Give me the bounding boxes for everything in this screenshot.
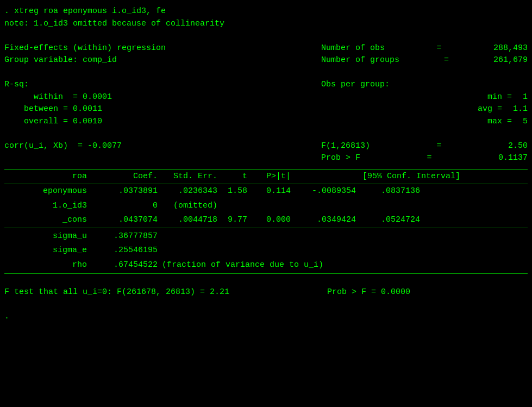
overall-val: 0.0010 [73, 117, 102, 126]
cell-p [252, 200, 295, 212]
table-row: 1.o_id3 0 (omitted) [4, 199, 528, 214]
command-line: . xtreg roa eponymous i.o_id3, fe [4, 5, 528, 18]
stat-note [162, 245, 528, 257]
col-header-ci: [95% Conf. Interval] [295, 171, 528, 183]
obs-per-group-label: Obs per group: [321, 80, 390, 89]
stat-note [162, 230, 528, 243]
min-row: min = 1 [321, 91, 528, 104]
cell-ci2: .0837136 [360, 185, 420, 198]
num-obs-eq: = [437, 42, 442, 55]
col-header-se: Std. Err. [162, 171, 222, 183]
table-stats-rows: sigma_u .36777857 sigma_e .25546195 rho … [4, 228, 528, 274]
left-stats: Fixed-effects (within) regression Group … [4, 42, 298, 165]
stat-label: sigma_e [4, 245, 91, 257]
overall-label: overall = [24, 117, 68, 126]
col-header-p: P>|t| [252, 171, 295, 183]
prob-f-eq: = [427, 152, 431, 165]
table-row: _cons .0437074 .0044718 9.77 0.000 .0349… [4, 213, 528, 228]
max-val: 5 [523, 116, 528, 128]
stat-val: .67454522 [91, 259, 162, 272]
min-val: 1 [523, 91, 528, 104]
obs-per-group-label-row: Obs per group: [321, 79, 528, 91]
regression-type: Fixed-effects (within) regression [4, 42, 298, 55]
right-stats: Number of obs = 288,493 Number of groups… [321, 42, 528, 165]
stat-val: .25546195 [91, 245, 162, 257]
num-groups-val: 261,679 [493, 54, 528, 67]
cell-var: 1.o_id3 [4, 200, 91, 212]
cell-var: eponymous [4, 185, 91, 198]
within-line: within = 0.0001 [4, 91, 298, 104]
stat-label: rho [4, 259, 91, 272]
cell-t: 9.77 [222, 214, 252, 227]
cell-coef: .0373891 [91, 185, 162, 198]
between-val: 0.0011 [73, 104, 102, 114]
col-header-coef: Coef. [91, 171, 162, 183]
header-stats: Fixed-effects (within) regression Group … [4, 42, 528, 165]
stat-label: sigma_u [4, 230, 91, 243]
cell-se: (omitted) [162, 200, 222, 212]
within-val: 0.0001 [83, 92, 112, 102]
table-header: roa Coef. Std. Err. t P>|t| [95% Conf. I… [4, 170, 528, 185]
stat-note: (fraction of variance due to u_i) [162, 259, 528, 272]
avg-val: 1.1 [513, 103, 528, 116]
cell-ci1: .0349424 [295, 214, 360, 227]
between-label: between = [24, 104, 68, 114]
table-data-rows: eponymous .0373891 .0236343 1.58 0.114 -… [4, 184, 528, 228]
min-label: min = [487, 91, 512, 104]
cell-se: .0044718 [162, 214, 222, 227]
prob-f-row: Prob > F = 0.1137 [321, 152, 528, 165]
num-groups-eq: = [444, 54, 449, 67]
cell-se: .0236343 [162, 185, 222, 198]
num-obs-label: Number of obs [321, 42, 385, 55]
max-row: max = 5 [321, 116, 528, 128]
num-obs-row: Number of obs = 288,493 [321, 42, 528, 55]
num-groups-label: Number of groups [321, 54, 399, 67]
regression-table: roa Coef. Std. Err. t P>|t| [95% Conf. I… [4, 169, 528, 274]
terminal-output: . xtreg roa eponymous i.o_id3, fe note: … [4, 5, 528, 323]
rsq-label: R-sq: [4, 79, 298, 91]
stat-row: sigma_e .25546195 [4, 243, 528, 258]
between-line: between = 0.0011 [4, 103, 298, 116]
avg-row: avg = 1.1 [321, 103, 528, 116]
cell-ci1 [295, 200, 360, 212]
stat-row: rho .67454522 (fraction of variance due … [4, 258, 528, 273]
cell-ci2 [360, 200, 420, 212]
cell-coef: 0 [91, 200, 162, 212]
cell-p: 0.000 [252, 214, 295, 227]
num-obs-val: 288,493 [493, 42, 528, 55]
cell-var: _cons [4, 214, 91, 227]
f-test-line: F test that all u_i=0: F(261678, 26813) … [4, 286, 528, 299]
avg-label: avg = [478, 103, 502, 116]
cell-p: 0.114 [252, 185, 295, 198]
col-header-t: t [222, 171, 252, 183]
num-groups-row: Number of groups = 261,679 [321, 54, 528, 67]
f-stat-eq: = [436, 140, 441, 153]
within-label: within = [34, 92, 78, 102]
f-stat-val: 2.50 [508, 140, 528, 153]
table-row: eponymous .0373891 .0236343 1.58 0.114 -… [4, 184, 528, 199]
overall-line: overall = 0.0010 [4, 116, 298, 128]
stat-row: sigma_u .36777857 [4, 229, 528, 244]
cell-ci2: .0524724 [360, 214, 420, 227]
prob-f-val: 0.1137 [498, 152, 528, 165]
stat-val: .36777857 [91, 230, 162, 243]
cell-ci1: -.0089354 [295, 185, 360, 198]
cell-t: 1.58 [222, 185, 252, 198]
cell-coef: .0437074 [91, 214, 162, 227]
cell-t [222, 200, 252, 212]
prob-f-label: Prob > F [321, 152, 360, 165]
group-variable: Group variable: comp_id [4, 54, 298, 67]
f-stat-row: F(1,26813) = 2.50 [321, 140, 528, 153]
max-label: max = [487, 116, 512, 128]
col-header-var: roa [4, 171, 91, 183]
final-dot: . [4, 311, 528, 323]
note-line: note: 1.o_id3 omitted because of colline… [4, 18, 528, 30]
corr-line: corr(u_i, Xb) = -0.0077 [4, 140, 298, 153]
f-stat-label: F(1,26813) [321, 140, 370, 153]
